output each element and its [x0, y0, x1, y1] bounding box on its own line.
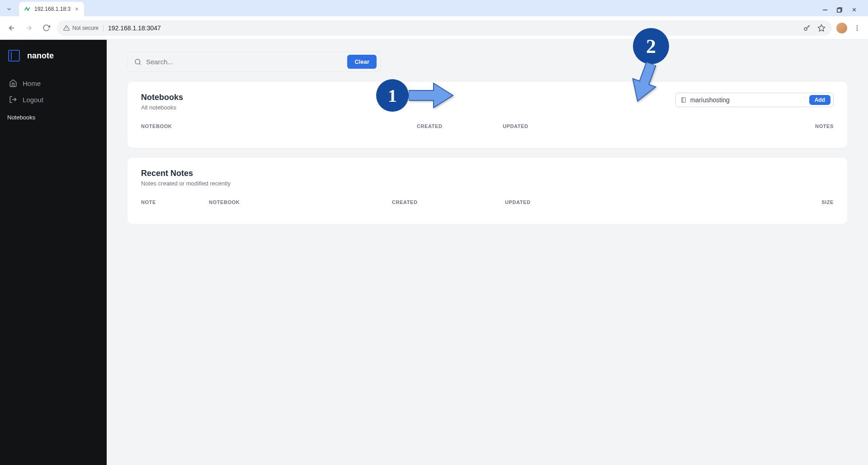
notebooks-table-header: NOTEBOOK CREATED UPDATED NOTES	[141, 123, 834, 129]
th-updated: UPDATED	[503, 123, 582, 129]
svg-line-20	[139, 63, 141, 65]
clear-button[interactable]: Clear	[347, 55, 377, 69]
sidebar-item-home[interactable]: Home	[7, 75, 99, 91]
sidebar-section-notebooks: Notebooks	[7, 108, 99, 123]
browser-menu-icon[interactable]	[852, 24, 863, 32]
svg-point-15	[857, 25, 858, 27]
window-minimize-icon[interactable]	[822, 7, 828, 13]
th-created: CREATED	[392, 199, 505, 205]
recent-subtitle: Notes created or modified recently	[141, 180, 231, 187]
reload-button[interactable]	[40, 22, 52, 34]
window-close-icon[interactable]	[851, 7, 857, 13]
recent-title: Recent Notes	[141, 169, 231, 178]
th-notes: NOTES	[582, 123, 834, 129]
th-note: NOTE	[141, 199, 209, 205]
security-status[interactable]: Not secure	[63, 25, 104, 31]
svg-rect-3	[837, 9, 841, 12]
main-content: Clear Notebooks All notebooks Add NOTEBO…	[107, 40, 868, 465]
search-icon	[134, 58, 142, 66]
svg-marker-14	[818, 24, 825, 31]
security-label: Not secure	[72, 25, 99, 31]
bookmark-star-icon[interactable]	[817, 24, 826, 32]
svg-rect-21	[682, 98, 685, 103]
add-notebook-form: Add	[675, 93, 834, 107]
th-updated: UPDATED	[505, 199, 571, 205]
back-button[interactable]	[5, 22, 18, 34]
recent-notes-card: Recent Notes Notes created or modified r…	[127, 158, 847, 224]
tab-bar: 192.168.1.18:3	[0, 0, 868, 16]
th-notebook: NOTEBOOK	[209, 199, 392, 205]
home-icon	[9, 79, 17, 87]
svg-point-16	[857, 27, 858, 28]
window-maximize-icon[interactable]	[837, 7, 842, 13]
sidebar: nanote Home Logout Notebooks	[0, 40, 107, 465]
profile-avatar[interactable]	[836, 23, 847, 33]
tab-close-icon[interactable]	[74, 6, 80, 12]
tab-title: 192.168.1.18:3	[34, 6, 71, 12]
notebook-name-input[interactable]	[690, 96, 806, 104]
notebooks-title: Notebooks	[141, 93, 183, 102]
warning-icon	[63, 25, 70, 31]
brand-icon	[8, 50, 20, 62]
add-button[interactable]: Add	[809, 95, 830, 105]
sidebar-item-label: Home	[23, 80, 41, 87]
tab-search-dropdown[interactable]	[4, 4, 14, 14]
svg-point-19	[135, 59, 140, 64]
window-controls	[822, 7, 864, 16]
url-text: 192.168.1.18:3047	[108, 24, 161, 32]
svg-line-12	[809, 25, 810, 26]
th-notebook: NOTEBOOK	[141, 123, 417, 129]
notebooks-card: Notebooks All notebooks Add NOTEBOOK CRE…	[127, 82, 847, 148]
browser-tab[interactable]: 192.168.1.18:3	[19, 2, 84, 16]
logout-icon	[9, 95, 17, 104]
th-size: SIZE	[571, 199, 834, 205]
svg-point-17	[857, 29, 858, 31]
svg-point-10	[804, 28, 807, 30]
app-root: nanote Home Logout Notebooks Clear	[0, 40, 868, 465]
notebooks-subtitle: All notebooks	[141, 104, 183, 111]
browser-toolbar: Not secure 192.168.1.18:3047	[0, 16, 868, 40]
recent-table-header: NOTE NOTEBOOK CREATED UPDATED SIZE	[141, 199, 834, 205]
search-input[interactable]	[146, 58, 343, 66]
th-created: CREATED	[417, 123, 503, 129]
brand[interactable]: nanote	[7, 50, 99, 62]
key-icon[interactable]	[803, 24, 811, 32]
forward-button[interactable]	[23, 22, 35, 34]
notebook-icon	[680, 97, 687, 103]
browser-chrome: 192.168.1.18:3	[0, 0, 868, 40]
sidebar-item-label: Logout	[23, 96, 43, 104]
brand-name: nanote	[27, 51, 54, 61]
search-bar: Clear	[127, 52, 381, 72]
address-bar[interactable]: Not secure 192.168.1.18:3047	[57, 20, 832, 36]
svg-line-13	[808, 27, 809, 28]
sidebar-item-logout[interactable]: Logout	[7, 91, 99, 108]
favicon-icon	[24, 5, 31, 13]
